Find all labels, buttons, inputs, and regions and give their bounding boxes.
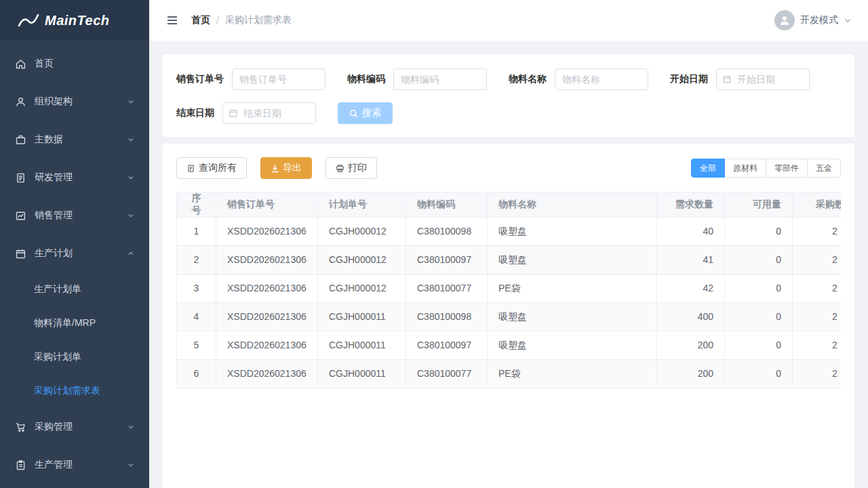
material-code-input[interactable] — [393, 68, 487, 90]
table-cell: 0 — [725, 274, 793, 303]
content: 销售订单号 物料编码 物料名称 开始日期 结束日期 — [149, 41, 868, 488]
material-code-label: 物料编码 — [347, 73, 385, 85]
search-button-label: 搜索 — [362, 107, 381, 119]
table-cell: C380100077 — [406, 360, 488, 388]
sales-order-input[interactable] — [232, 68, 326, 90]
table-cell: 5 — [177, 331, 216, 360]
table-body: 1XSDD2026021306CGJH000012C380100098吸塑盘40… — [177, 218, 842, 388]
sidebar-subitem-purchase-plan-demand[interactable]: 采购计划需求表 — [0, 374, 149, 408]
document-icon — [15, 172, 26, 184]
table-cell: 吸塑盘 — [488, 246, 657, 274]
cart-icon — [15, 422, 26, 433]
menu-icon — [165, 14, 179, 27]
sidebar-item-home[interactable]: 首页 — [0, 45, 149, 83]
sidebar-subitem-label: 物料清单/MRP — [34, 317, 96, 329]
table-cell: XSDD2026021306 — [216, 331, 318, 360]
export-button[interactable]: 导出 — [260, 157, 312, 179]
table-row[interactable]: 5XSDD2026021306CGJH000011C380100097吸塑盘20… — [177, 331, 842, 360]
print-button[interactable]: 打印 — [326, 157, 377, 179]
table-cell: C380100077 — [406, 274, 488, 303]
chevron-up-icon — [127, 250, 134, 257]
chevron-down-icon — [127, 212, 134, 219]
sidebar-subitem-label: 采购计划单 — [34, 351, 81, 363]
column-header: 序号 — [177, 192, 216, 218]
table-cell: C380100097 — [406, 331, 488, 360]
sidebar-item-sales[interactable]: 销售管理 — [0, 197, 149, 235]
chevron-down-icon — [127, 462, 134, 468]
table-cell: CGJH000011 — [318, 360, 406, 388]
user-menu[interactable]: 开发模式 — [774, 10, 852, 30]
logo-text: MainTech — [45, 13, 110, 28]
table-cell: PE袋 — [488, 360, 657, 388]
material-code-field: 物料编码 — [347, 68, 487, 90]
table-cell: 2 — [793, 274, 842, 303]
table-cell: 2 — [793, 218, 842, 246]
table-cell: 0 — [725, 218, 793, 246]
sidebar-item-production[interactable]: 生产管理 — [0, 446, 149, 484]
table-row[interactable]: 3XSDD2026021306CGJH000012C380100077PE袋42… — [177, 274, 842, 303]
table-cell: 42 — [657, 274, 725, 303]
table-cell: CGJH000011 — [318, 303, 406, 331]
tab-all[interactable]: 全部 — [691, 159, 725, 178]
sidebar-item-production-plan[interactable]: 生产计划 — [0, 235, 149, 272]
sidebar-subitem-label: 生产计划单 — [34, 283, 81, 296]
table-cell: C380100098 — [406, 303, 488, 331]
tab-parts[interactable]: 零部件 — [766, 159, 808, 178]
search-button[interactable]: 搜索 — [338, 102, 393, 124]
sidebar-menu: 首页 组织架构 主数据 研发管理 销售管理 生产计划 — [0, 41, 149, 484]
breadcrumb-home-link[interactable]: 首页 — [191, 14, 210, 26]
export-label: 导出 — [283, 162, 302, 174]
table-row[interactable]: 2XSDD2026021306CGJH000012C380100097吸塑盘41… — [177, 246, 842, 274]
document-icon — [186, 164, 195, 173]
column-header: 采购数量 — [793, 192, 842, 218]
breadcrumb-current: 采购计划需求表 — [225, 14, 292, 26]
table-cell: 0 — [725, 303, 793, 331]
table-cell: XSDD2026021306 — [216, 303, 318, 331]
sidebar-subitem-production-plan-order[interactable]: 生产计划单 — [0, 272, 149, 306]
chevron-down-icon — [127, 174, 134, 181]
user-mode-label: 开发模式 — [800, 14, 838, 26]
material-name-label: 物料名称 — [509, 73, 547, 85]
table-cell: 1 — [177, 218, 216, 246]
sidebar-item-label: 主数据 — [35, 134, 127, 146]
chart-icon — [15, 210, 26, 222]
print-label: 打印 — [348, 162, 367, 174]
avatar — [774, 10, 795, 30]
sidebar-item-label: 首页 — [35, 58, 134, 70]
main-area: 首页 / 采购计划需求表 开发模式 销售订单号 物料编码 物料名称 — [149, 0, 868, 488]
tab-raw-material[interactable]: 原材料 — [724, 159, 766, 178]
table-header-row: 序号销售订单号计划单号物料编码物料名称需求数量可用量采购数量 — [177, 192, 842, 218]
table-row[interactable]: 1XSDD2026021306CGJH000012C380100098吸塑盘40… — [177, 218, 842, 246]
table-panel: 查询所有 导出 打印 全部 原材料 零部件 五金 — [163, 144, 854, 488]
logo-icon — [18, 13, 39, 28]
sidebar: MainTech 首页 组织架构 主数据 研发管理 销售管理 — [0, 0, 149, 488]
column-header: 计划单号 — [318, 192, 406, 218]
sidebar-subitem-bom-mrp[interactable]: 物料清单/MRP — [0, 306, 149, 340]
tab-label: 原材料 — [733, 163, 757, 174]
sidebar-subitem-purchase-plan-order[interactable]: 采购计划单 — [0, 340, 149, 374]
table-cell: 2 — [793, 303, 842, 331]
table-cell: 40 — [657, 218, 725, 246]
end-date-label: 结束日期 — [176, 107, 214, 119]
tab-label: 全部 — [700, 163, 716, 174]
table-row[interactable]: 4XSDD2026021306CGJH000011C380100098吸塑盘40… — [177, 303, 842, 331]
sidebar-item-master-data[interactable]: 主数据 — [0, 121, 149, 159]
end-date-field: 结束日期 — [176, 102, 316, 124]
table-toolbar: 查询所有 导出 打印 全部 原材料 零部件 五金 — [176, 157, 841, 179]
menu-fold-button[interactable] — [165, 14, 179, 27]
table-cell: 200 — [657, 360, 725, 388]
query-all-button[interactable]: 查询所有 — [176, 157, 247, 179]
sidebar-item-org[interactable]: 组织架构 — [0, 83, 149, 121]
table-cell: CGJH000012 — [318, 274, 406, 303]
table-cell: 2 — [793, 331, 842, 360]
table-scroll-area[interactable]: 序号销售订单号计划单号物料编码物料名称需求数量可用量采购数量 1XSDD2026… — [176, 192, 841, 388]
start-date-field: 开始日期 — [670, 68, 810, 90]
tab-hardware[interactable]: 五金 — [807, 159, 841, 178]
table-row[interactable]: 6XSDD2026021306CGJH000011C380100077PE袋20… — [177, 360, 842, 388]
material-name-input[interactable] — [555, 68, 648, 90]
table-cell: 吸塑盘 — [488, 218, 657, 246]
printer-icon — [336, 164, 344, 173]
sidebar-item-rd[interactable]: 研发管理 — [0, 159, 149, 197]
sidebar-item-purchase[interactable]: 采购管理 — [0, 408, 149, 446]
table-cell: XSDD2026021306 — [216, 218, 318, 246]
